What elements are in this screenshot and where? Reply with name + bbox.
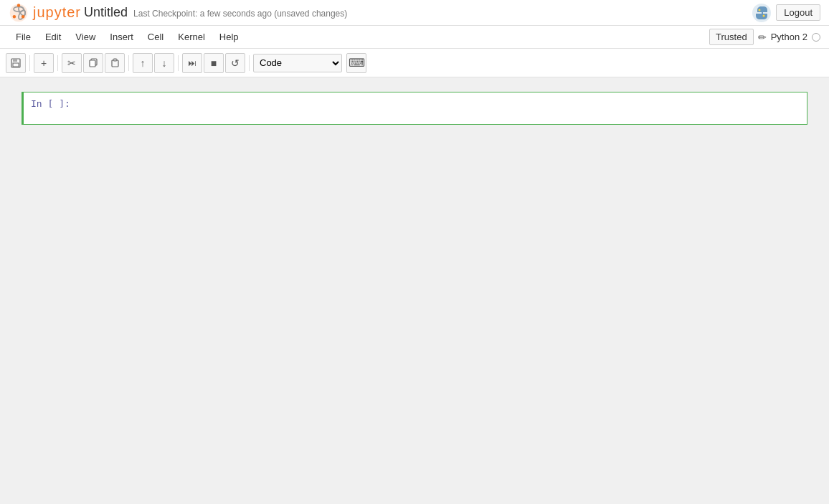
separator-2 [57,55,58,71]
cut-button[interactable]: ✂ [62,53,82,73]
svg-point-8 [759,9,761,11]
menu-file[interactable]: File [9,29,38,45]
copy-button[interactable] [83,53,103,73]
checkpoint-info: Last Checkpoint: a few seconds ago (unsa… [133,9,347,19]
menu-help[interactable]: Help [212,29,246,45]
save-icon [11,58,21,68]
separator-3 [128,55,129,71]
header-right: Logout [752,3,820,23]
restart-button[interactable]: ↺ [225,53,245,73]
cell-input-0[interactable] [81,92,807,124]
menu-cell[interactable]: Cell [141,29,171,45]
cell-type-select[interactable]: Code Markdown Raw NBConvert Heading [253,54,342,72]
svg-rect-16 [113,59,117,61]
header: jupyter Untitled Last Checkpoint: a few … [0,0,829,26]
jupyter-logo-icon [9,3,29,23]
svg-rect-12 [13,63,19,67]
svg-point-4 [17,4,20,6]
kernel-name-label: Python 2 [771,32,807,42]
move-up-button[interactable]: ↑ [133,53,153,73]
trusted-button[interactable]: Trusted [709,29,754,45]
separator-4 [178,55,179,71]
menu-insert[interactable]: Insert [103,29,141,45]
svg-point-9 [763,14,765,16]
copy-icon [89,58,98,67]
logout-button[interactable]: Logout [776,4,820,21]
toolbar: + ✂ ↑ ↓ ⏭ ■ ↺ Code Markdown Raw NBConver… [0,49,829,77]
interrupt-button[interactable]: ■ [204,53,224,73]
menu-edit[interactable]: Edit [38,29,68,45]
jupyter-logo: jupyter [9,3,81,23]
jupyter-text: jupyter [33,4,81,21]
notebook-container: In [ ]: [0,77,829,504]
run-next-button[interactable]: ⏭ [182,53,202,73]
notebook-name[interactable]: Untitled [84,5,128,20]
svg-point-5 [22,15,24,18]
move-down-button[interactable]: ↓ [154,53,174,73]
edit-pencil-icon[interactable]: ✏ [758,32,767,43]
separator-1 [29,55,30,71]
separator-5 [249,55,250,71]
svg-rect-14 [90,60,95,67]
menu-view[interactable]: View [68,29,103,45]
save-button[interactable] [6,53,26,73]
cell-0: In [ ]: [22,92,807,125]
svg-rect-11 [13,59,17,62]
kernel-area: Trusted ✏ Python 2 [709,29,820,45]
svg-point-6 [13,15,16,18]
paste-button[interactable] [105,53,125,73]
menu-kernel[interactable]: Kernel [171,29,212,45]
kernel-status-circle [812,33,820,42]
keyboard-shortcut-button[interactable]: ⌨ [346,53,366,73]
cell-prompt-0: In [ ]: [24,92,81,124]
add-cell-button[interactable]: + [34,53,54,73]
header-title-area: Untitled Last Checkpoint: a few seconds … [84,5,347,20]
paste-icon [110,58,120,67]
menubar: File Edit View Insert Cell Kernel Help T… [0,26,829,49]
python-logo-icon [752,3,772,23]
